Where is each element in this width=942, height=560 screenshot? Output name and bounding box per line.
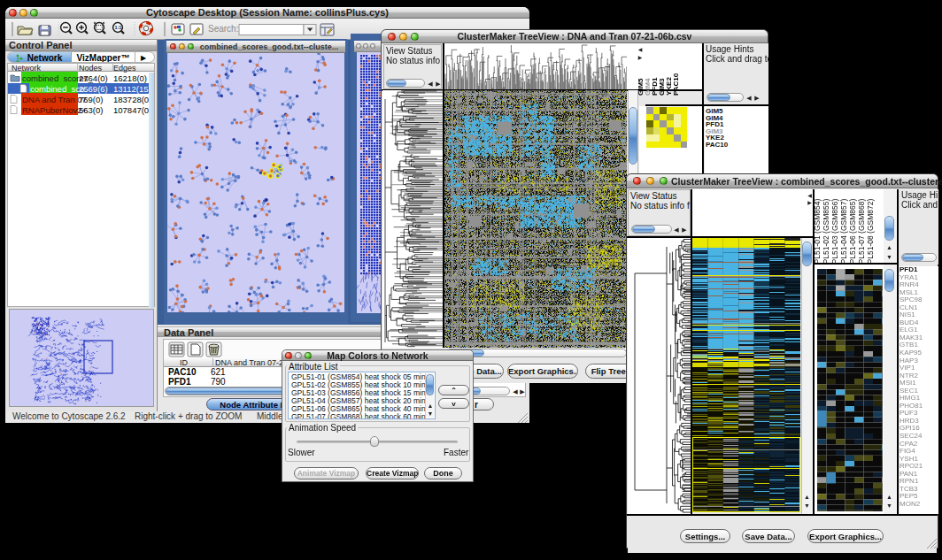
svg-text:Search:: Search: xyxy=(208,24,238,34)
svg-text:1:1: 1:1 xyxy=(114,25,121,30)
